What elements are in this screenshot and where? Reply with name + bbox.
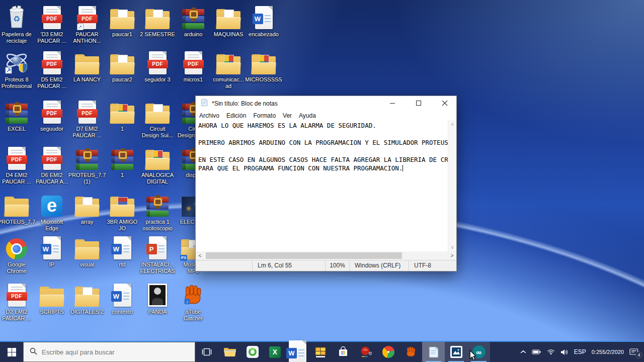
desktop-icon-encabezado[interactable]: W encabezado	[245, 4, 283, 38]
pdf-file-icon: PDF	[43, 147, 61, 170]
desktop-icon-ip[interactable]: W IP	[33, 234, 71, 268]
desktop-icon-d6-emi2-paucar-a[interactable]: PDF D6 EMI2 PAUCAR A...	[33, 145, 71, 185]
tray-chevron-up-icon[interactable]	[520, 350, 526, 354]
desktop-background[interactable]: ♻ Papelera de reciclajePDF 'D3 EMI2 PAUC…	[0, 0, 644, 341]
action-center-button[interactable]: 4	[629, 348, 639, 356]
desktop-icon-label: encabezado	[245, 31, 283, 38]
desktop-icon-label: Proteus 8 Professional	[0, 76, 36, 89]
desktop-icon-digitales-2[interactable]: DIGITALES 2	[68, 282, 106, 315]
desktop-icon-paucar1[interactable]: paucar1	[103, 4, 141, 38]
horizontal-scroll-thumb[interactable]	[206, 252, 402, 259]
desktop-icon-contexto[interactable]: W contexto	[103, 282, 141, 315]
desktop-icon-atube-catcher[interactable]: ♪ aTube Catcher	[174, 282, 212, 322]
desktop-icon-google-chrome[interactable]: Google Chrome	[0, 234, 36, 275]
desktop-icon-practica-1-osciloscopio[interactable]: practica 1 osciloscopio	[138, 192, 177, 232]
desktop-icon-arduino[interactable]: arduino	[174, 4, 212, 38]
taskbar-app-microsoft-store[interactable]	[332, 342, 354, 362]
desktop-icon-panda[interactable]: PANDA	[138, 282, 177, 315]
taskbar-app-green-app[interactable]	[241, 342, 264, 362]
taskbar-app-notepad[interactable]	[422, 342, 445, 362]
taskbar-app-photos[interactable]	[445, 342, 467, 362]
desktop-icon-d5-emi2-paucar[interactable]: PDF D5 EMI2 PAUCAR ...	[33, 49, 71, 89]
scroll-left-icon[interactable]: <	[196, 253, 204, 258]
desktop-icon-papelera-de-reciclaje[interactable]: ♻ Papelera de reciclaje	[0, 4, 36, 44]
desktop-icon-d7-emi2-paucar[interactable]: PDF D7 EMI2 PAUCAR ...	[68, 99, 106, 139]
language-indicator[interactable]: ESP	[574, 348, 586, 355]
desktop-icon-d2-emi2-paucar[interactable]: PDF D2 EMI2 PAUCAR ...	[0, 282, 36, 322]
start-button[interactable]	[0, 342, 23, 362]
desktop-icon-paucar2[interactable]: paucar2	[103, 49, 141, 83]
word-document-icon: W	[255, 6, 273, 29]
desktop-icon-proteus-7-7[interactable]: PROTEUS_7.7	[0, 192, 36, 225]
maximize-button[interactable]	[408, 96, 430, 111]
close-button[interactable]	[434, 96, 456, 111]
desktop-icon-1[interactable]: 1	[103, 145, 141, 178]
desktop-icon-label: 'D3 EMI2 PAUCAR ...	[33, 31, 71, 44]
desktop-icon-la-nancy[interactable]: LA NANCY	[68, 49, 106, 83]
taskbar-app-excel[interactable]: X	[264, 342, 286, 362]
task-view-button[interactable]	[195, 342, 218, 362]
desktop-icon-comunicac-ad[interactable]: comunicac... ad	[209, 49, 248, 89]
folder-with-document-icon	[110, 9, 134, 29]
desktop-icon-proteus-8-professional[interactable]: Proteus 8 Professional	[0, 49, 36, 89]
desktop-icon-array[interactable]: array	[68, 192, 106, 225]
text-editor-area[interactable]: AHORA LO QUE HAREMOS ES LA ALARMA DE SEG…	[196, 120, 456, 251]
notepad-window: *Sin título: Bloc de notas ArchivoEdició…	[195, 96, 457, 272]
desktop-icon-label: PROTEUS_7.7 (1)	[68, 172, 106, 185]
desktop-icon-seguidor-3[interactable]: PDF seguidor 3	[138, 49, 177, 83]
scroll-right-icon[interactable]: >	[448, 253, 456, 258]
menu-ver[interactable]: Ver	[279, 112, 295, 119]
menu-formato[interactable]: Formato	[250, 112, 279, 119]
desktop-icon-visual[interactable]: visual	[68, 234, 106, 268]
taskbar-app-word[interactable]: W	[286, 342, 309, 362]
notepad-titlebar[interactable]: *Sin título: Bloc de notas	[196, 96, 456, 111]
desktop-icon-excel[interactable]: EXCEL	[0, 99, 36, 132]
vertical-scrollbar[interactable]: ∧ ∨	[448, 120, 456, 251]
desktop-icon-label: seguudor	[33, 126, 71, 132]
desktop-icon-d3-emi2-paucar[interactable]: PDF 'D3 EMI2 PAUCAR ...	[33, 4, 71, 44]
yellow-grid-app-icon	[314, 346, 327, 358]
desktop-icon-2-semestre[interactable]: 2 SEMESTRE	[138, 4, 177, 38]
desktop-icon-proteus-7-7-1[interactable]: PROTEUS_7.7 (1)	[68, 145, 106, 185]
desktop-icon-label: arduino	[174, 31, 212, 38]
menu-edicion[interactable]: Edición	[223, 112, 250, 119]
taskbar-app-yellow-grid-app[interactable]	[309, 342, 332, 362]
svg-text:⚙: ⚙	[368, 351, 372, 356]
horizontal-scrollbar[interactable]: < >	[196, 251, 456, 260]
menu-ayuda[interactable]: Ayuda	[295, 112, 319, 119]
taskbar-search-box[interactable]	[23, 342, 195, 362]
taskbar-clock[interactable]: 0:25 5/2/2020	[592, 349, 624, 355]
desktop-icon-instalaci-electricas[interactable]: P INSTALACI... ELECTRICAS	[138, 234, 177, 275]
volume-icon[interactable]	[560, 349, 569, 355]
taskbar-app-chrome[interactable]	[377, 342, 399, 362]
scroll-up-icon[interactable]: ∧	[451, 122, 454, 127]
excel-icon: X	[269, 346, 281, 358]
search-input[interactable]	[42, 348, 178, 356]
desktop-icon-seguudor[interactable]: PDF seguudor	[33, 99, 71, 132]
desktop-icon-scripts[interactable]: SCRIPTS	[33, 282, 71, 315]
menu-archivo[interactable]: Archivo	[196, 112, 223, 119]
desktop-icon-d4-emi2-paucar[interactable]: PDF D4 EMI2 PAUCAR ...	[0, 145, 36, 185]
taskbar-app-red-app[interactable]: ⚙	[354, 342, 377, 362]
desktop-icon-analogica-digital[interactable]: ANALOGICA DIGITAL	[138, 145, 177, 185]
desktop-icon-maquinas[interactable]: MAQUINAS	[209, 4, 248, 38]
battery-icon[interactable]	[532, 349, 541, 355]
desktop-icon-label: PAUCAR ANTHON...	[68, 31, 106, 44]
desktop-icon-paucar-anthon[interactable]: PDF↗ PAUCAR ANTHON...	[68, 4, 106, 44]
folder-icon	[75, 54, 99, 74]
desktop-icon-micros1[interactable]: PDF micros1	[174, 49, 212, 83]
scroll-down-icon[interactable]: ∨	[451, 245, 454, 250]
taskbar-app-file-explorer[interactable]	[218, 342, 241, 362]
wifi-icon[interactable]	[547, 349, 555, 355]
desktop-icon-circuit-design-sui[interactable]: Circuit Design Sui...	[138, 99, 177, 139]
desktop-icon-3br-amigo-jo[interactable]: 3BR AMIGO JO	[103, 192, 141, 232]
desktop-icon-rtd[interactable]: W rtd	[103, 234, 141, 268]
pdf-file-icon: PDF	[8, 284, 26, 307]
taskbar-apps: XW ⚙ ∞	[218, 342, 490, 362]
taskbar-app-atube-catcher[interactable]	[399, 342, 422, 362]
desktop-icon-microsssss[interactable]: MICROSSSSS	[245, 49, 283, 83]
desktop-icon-microsoft-edge[interactable]: e Microsoft Edge	[33, 192, 71, 232]
minimize-button[interactable]	[381, 96, 404, 111]
google-chrome-icon	[6, 238, 27, 259]
desktop-icon-1[interactable]: 1	[103, 99, 141, 132]
